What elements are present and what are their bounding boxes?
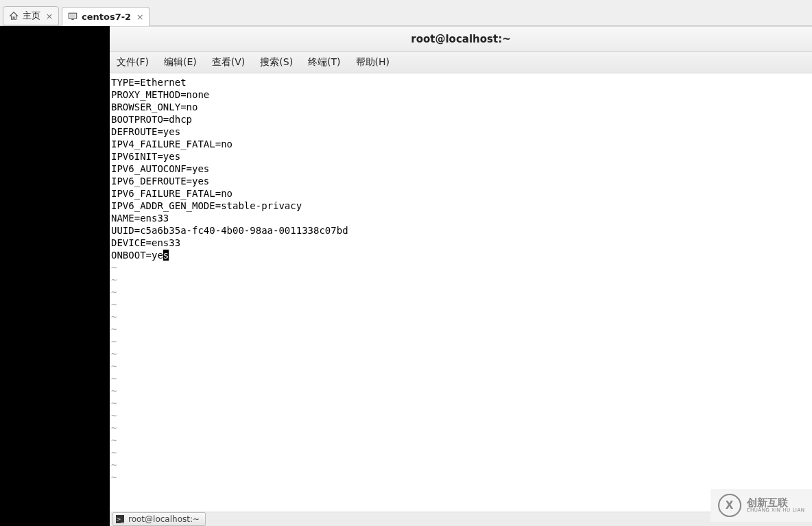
tab-label: 主页: [23, 10, 40, 22]
editor-empty-line: ~: [111, 311, 811, 323]
editor-empty-line: ~: [111, 298, 811, 311]
menu-file[interactable]: 文件(F): [114, 55, 152, 70]
editor-line: DEVICE=ens33: [111, 237, 811, 249]
editor-line: BOOTPROTO=dhcp: [111, 113, 811, 125]
taskbar-panel: >_ root@localhost:~: [110, 512, 812, 526]
menu-view[interactable]: 查看(V): [209, 55, 248, 70]
terminal-icon: >_: [116, 515, 124, 523]
editor-text: ONBOOT=ye: [111, 250, 163, 261]
editor-line: IPV6_ADDR_GEN_MODE=stable-privacy: [111, 200, 811, 212]
editor-empty-line: ~: [111, 274, 811, 286]
task-item-label: root@localhost:~: [128, 514, 200, 524]
editor-line: NAME=ens33: [111, 212, 811, 224]
tabs-bar: 主页 × centos7-2 ×: [0, 0, 812, 26]
editor-line: TYPE=Ethernet: [111, 76, 811, 88]
tab-home[interactable]: 主页 ×: [3, 6, 59, 25]
window-title: root@localhost:~: [411, 33, 510, 45]
editor-empty-line: ~: [111, 286, 811, 298]
editor-line: BROWSER_ONLY=no: [111, 101, 811, 113]
editor-line: IPV6_DEFROUTE=yes: [111, 175, 811, 187]
editor-empty-line: ~: [111, 422, 811, 434]
tab-label: centos7-2: [82, 12, 131, 22]
editor-empty-line: ~: [111, 323, 811, 335]
editor-empty-line: ~: [111, 385, 811, 397]
watermark-icon: X: [718, 494, 741, 517]
editor-cursor: s: [163, 250, 169, 261]
tab-vm-centos7-2[interactable]: centos7-2 ×: [62, 7, 150, 26]
editor-line: ONBOOT=yes: [111, 249, 811, 261]
monitor-icon: [68, 12, 77, 21]
editor-line: IPV4_FAILURE_FATAL=no: [111, 138, 811, 150]
menu-terminal[interactable]: 终端(T): [305, 55, 343, 70]
editor-empty-line: ~: [111, 409, 811, 422]
home-icon: [9, 11, 19, 21]
editor-line: DEFROUTE=yes: [111, 125, 811, 138]
window-title-bar: root@localhost:~: [110, 26, 812, 52]
task-item-terminal[interactable]: >_ root@localhost:~: [112, 512, 206, 526]
editor-empty-line: ~: [111, 261, 811, 274]
menu-bar: 文件(F) 编辑(E) 查看(V) 搜索(S) 终端(T) 帮助(H): [110, 52, 812, 73]
editor-line: UUID=c5a6b35a-fc40-4b00-98aa-0011338c07b…: [111, 224, 811, 237]
editor-empty-line: ~: [111, 348, 811, 360]
editor-line: PROXY_METHOD=none: [111, 88, 811, 101]
editor-line: IPV6INIT=yes: [111, 150, 811, 163]
vm-black-border: [0, 26, 110, 526]
terminal-editor[interactable]: TYPE=EthernetPROXY_METHOD=noneBROWSER_ON…: [110, 73, 812, 512]
watermark-text-big: 创新互联: [747, 498, 805, 508]
menu-help[interactable]: 帮助(H): [353, 55, 392, 70]
close-icon[interactable]: ×: [135, 12, 145, 22]
watermark: X 创新互联 CHUANG XIN HU LIAN: [710, 489, 812, 522]
editor-empty-line: ~: [111, 397, 811, 409]
editor-empty-line: ~: [111, 446, 811, 459]
menu-edit[interactable]: 编辑(E): [161, 55, 200, 70]
svg-rect-1: [70, 14, 76, 18]
editor-empty-line: ~: [111, 471, 811, 483]
menu-search[interactable]: 搜索(S): [257, 55, 296, 70]
editor-line: IPV6_FAILURE_FATAL=no: [111, 187, 811, 200]
editor-line: IPV6_AUTOCONF=yes: [111, 163, 811, 175]
editor-empty-line: ~: [111, 360, 811, 372]
editor-empty-line: ~: [111, 335, 811, 348]
editor-empty-line: ~: [111, 372, 811, 385]
editor-empty-line: ~: [111, 459, 811, 471]
watermark-text-small: CHUANG XIN HU LIAN: [747, 508, 805, 513]
editor-empty-line: ~: [111, 434, 811, 446]
close-icon[interactable]: ×: [45, 11, 54, 21]
